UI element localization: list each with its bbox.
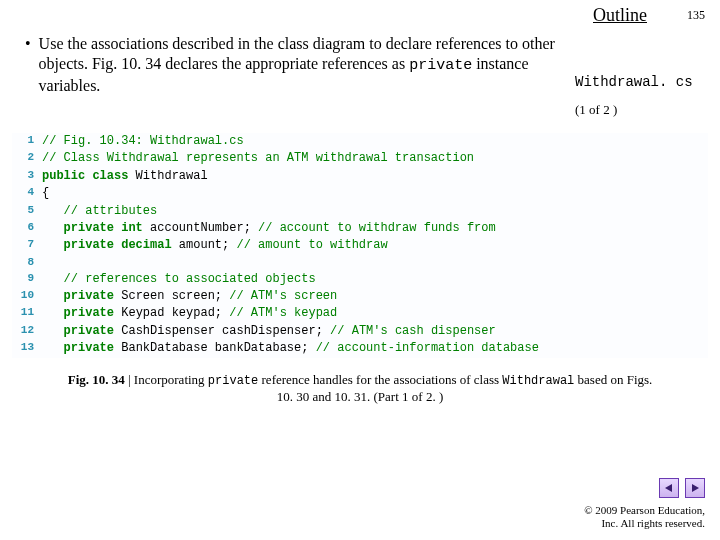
code-content: { <box>42 185 49 202</box>
line-number: 12 <box>12 323 34 340</box>
line-number: 8 <box>12 255 34 271</box>
code-listing: 1// Fig. 10.34: Withdrawal.cs2// Class W… <box>12 133 708 358</box>
line-number: 11 <box>12 305 34 322</box>
code-line: 13 private BankDatabase bankDatabase; //… <box>12 340 708 357</box>
identifier: Withdrawal <box>128 169 207 183</box>
triangle-left-icon <box>664 483 674 493</box>
bullet-dot: • <box>25 34 31 96</box>
code-content: private Keypad keypad; // ATM's keypad <box>42 305 337 322</box>
bullet-column: • Use the associations described in the … <box>25 34 575 118</box>
keyword: private <box>64 289 114 303</box>
identifier <box>42 289 64 303</box>
comment: // ATM's cash dispenser <box>330 324 496 338</box>
caption-sep: | Incorporating <box>125 372 208 387</box>
code-content: // references to associated objects <box>42 271 316 288</box>
next-button[interactable] <box>685 478 705 498</box>
code-content: // Class Withdrawal represents an ATM wi… <box>42 150 474 167</box>
aside-filename: Withdrawal. cs <box>575 74 705 90</box>
line-number: 5 <box>12 203 34 220</box>
svg-marker-0 <box>665 484 672 492</box>
line-number: 13 <box>12 340 34 357</box>
svg-marker-1 <box>692 484 699 492</box>
keyword: public class <box>42 169 128 183</box>
identifier <box>42 306 64 320</box>
code-line: 11 private Keypad keypad; // ATM's keypa… <box>12 305 708 322</box>
code-content: private decimal amount; // amount to wit… <box>42 237 388 254</box>
identifier: { <box>42 186 49 200</box>
identifier: Screen screen; <box>114 289 229 303</box>
nav-arrows <box>584 478 705 498</box>
prev-button[interactable] <box>659 478 679 498</box>
comment: // attributes <box>64 204 158 218</box>
identifier <box>42 238 64 252</box>
code-line: 10 private Screen screen; // ATM's scree… <box>12 288 708 305</box>
triangle-right-icon <box>690 483 700 493</box>
code-line: 2// Class Withdrawal represents an ATM w… <box>12 150 708 167</box>
comment: // ATM's screen <box>229 289 337 303</box>
code-content: public class Withdrawal <box>42 168 208 185</box>
identifier: BankDatabase bankDatabase; <box>114 341 316 355</box>
caption-mid: reference handles for the associations o… <box>258 372 502 387</box>
comment: // amount to withdraw <box>236 238 387 252</box>
identifier <box>42 221 64 235</box>
line-number: 10 <box>12 288 34 305</box>
code-line: 3public class Withdrawal <box>12 168 708 185</box>
code-line: 12 private CashDispenser cashDispenser; … <box>12 323 708 340</box>
copyright-line-2: Inc. All rights reserved. <box>584 517 705 530</box>
header: Outline 135 <box>0 0 720 26</box>
code-line: 5 // attributes <box>12 203 708 220</box>
keyword: private <box>64 324 114 338</box>
aside: Withdrawal. cs (1 of 2 ) <box>575 34 705 118</box>
footer: © 2009 Pearson Education, Inc. All right… <box>584 478 705 530</box>
figure-caption: Fig. 10. 34 | Incorporating private refe… <box>60 372 660 406</box>
code-content: // Fig. 10.34: Withdrawal.cs <box>42 133 244 150</box>
keyword: private decimal <box>64 238 172 252</box>
main-content: • Use the associations described in the … <box>0 26 720 118</box>
keyword: private <box>64 341 114 355</box>
keyword: private int <box>64 221 143 235</box>
identifier: CashDispenser cashDispenser; <box>114 324 330 338</box>
comment: // references to associated objects <box>64 272 316 286</box>
comment: // account-information database <box>316 341 539 355</box>
identifier <box>42 341 64 355</box>
code-line: 1// Fig. 10.34: Withdrawal.cs <box>12 133 708 150</box>
outline-title: Outline <box>593 5 647 26</box>
comment: // account to withdraw funds from <box>258 221 496 235</box>
code-content: private BankDatabase bankDatabase; // ac… <box>42 340 539 357</box>
identifier <box>42 272 64 286</box>
caption-kw2: Withdrawal <box>502 374 574 388</box>
line-number: 9 <box>12 271 34 288</box>
comment: // Class Withdrawal represents an ATM wi… <box>42 151 474 165</box>
code-content: private CashDispenser cashDispenser; // … <box>42 323 496 340</box>
code-line: 4{ <box>12 185 708 202</box>
aside-part: (1 of 2 ) <box>575 102 705 118</box>
identifier: accountNumber; <box>143 221 258 235</box>
code-content: private int accountNumber; // account to… <box>42 220 496 237</box>
bullet-item: • Use the associations described in the … <box>25 34 560 96</box>
copyright-line-1: © 2009 Pearson Education, <box>584 504 705 517</box>
code-line: 6 private int accountNumber; // account … <box>12 220 708 237</box>
comment: // Fig. 10.34: Withdrawal.cs <box>42 134 244 148</box>
code-line: 7 private decimal amount; // amount to w… <box>12 237 708 254</box>
line-number: 3 <box>12 168 34 185</box>
caption-kw1: private <box>208 374 258 388</box>
identifier: Keypad keypad; <box>114 306 229 320</box>
code-line: 8 <box>12 255 708 271</box>
page-number: 135 <box>687 8 705 23</box>
identifier: amount; <box>172 238 237 252</box>
code-line: 9 // references to associated objects <box>12 271 708 288</box>
line-number: 7 <box>12 237 34 254</box>
bullet-text: Use the associations described in the cl… <box>39 34 560 96</box>
line-number: 6 <box>12 220 34 237</box>
comment: // ATM's keypad <box>229 306 337 320</box>
bullet-code-word: private <box>409 57 472 74</box>
keyword: private <box>64 306 114 320</box>
identifier <box>42 324 64 338</box>
code-content: // attributes <box>42 203 157 220</box>
code-content: private Screen screen; // ATM's screen <box>42 288 337 305</box>
line-number: 4 <box>12 185 34 202</box>
identifier <box>42 204 64 218</box>
line-number: 1 <box>12 133 34 150</box>
caption-lead: Fig. 10. 34 <box>68 372 125 387</box>
line-number: 2 <box>12 150 34 167</box>
